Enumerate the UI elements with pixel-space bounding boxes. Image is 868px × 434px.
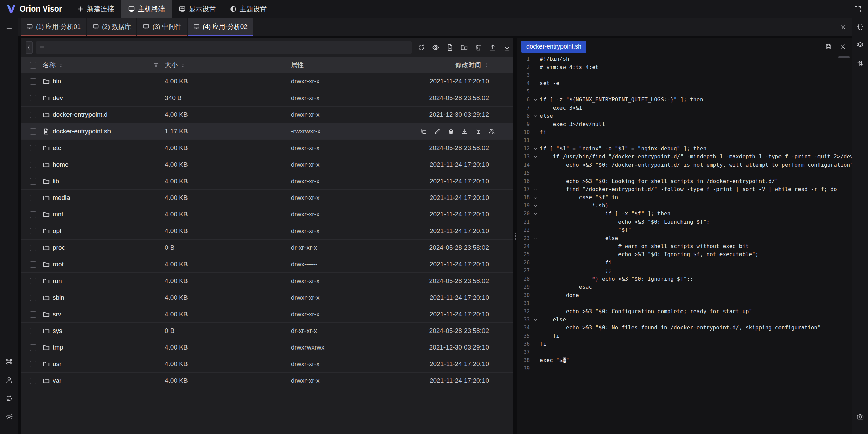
add-tab-button[interactable] bbox=[254, 18, 270, 36]
column-name-label[interactable]: 名称 bbox=[43, 61, 56, 70]
row-checkbox[interactable] bbox=[30, 245, 36, 251]
file-row[interactable]: srv4.00 KBdrwxr-xr-x2021-11-24 17:20:10 bbox=[21, 306, 513, 323]
download-button[interactable] bbox=[500, 41, 513, 54]
fold-toggle[interactable] bbox=[531, 193, 540, 202]
file-row[interactable]: bin4.00 KBdrwxr-xr-x2021-11-24 17:20:10 bbox=[21, 73, 513, 90]
row-checkbox[interactable] bbox=[30, 278, 36, 284]
file-row[interactable]: proc0 Bdr-xr-xr-x2024-05-28 23:58:02 bbox=[21, 240, 513, 256]
terminal-tab[interactable]: (2) 数据库 bbox=[87, 18, 137, 36]
terminal-tab[interactable]: (4) 应用-分析02 bbox=[188, 18, 253, 36]
file-row[interactable]: dev340 Bdrwxr-xr-x2024-05-28 23:58:02 bbox=[21, 90, 513, 107]
row-checkbox[interactable] bbox=[30, 211, 36, 218]
select-all-checkbox[interactable] bbox=[30, 62, 36, 69]
row-checkbox[interactable] bbox=[30, 378, 36, 384]
file-row[interactable]: sys0 Bdr-xr-xr-x2024-05-28 23:58:02 bbox=[21, 323, 513, 339]
row-checkbox[interactable] bbox=[30, 95, 36, 101]
column-size-label[interactable]: 大小 bbox=[165, 61, 178, 70]
row-checkbox[interactable] bbox=[30, 78, 36, 85]
delete-button[interactable] bbox=[445, 126, 457, 137]
fold-toggle[interactable] bbox=[531, 145, 540, 153]
file-row[interactable]: docker-entrypoint.sh1.17 KB-rwxrwxr-x bbox=[21, 123, 513, 140]
close-button[interactable] bbox=[837, 41, 848, 52]
nav-item-display-settings[interactable]: 显示设置 bbox=[172, 0, 223, 18]
user-button[interactable] bbox=[3, 374, 15, 386]
fold-toggle[interactable] bbox=[531, 96, 540, 104]
filter-icon[interactable] bbox=[153, 62, 159, 68]
fold-toggle[interactable] bbox=[531, 153, 540, 161]
fold-toggle[interactable] bbox=[531, 202, 540, 210]
row-checkbox[interactable] bbox=[30, 112, 36, 118]
file-row[interactable]: mnt4.00 KBdrwxr-xr-x2021-11-24 17:20:10 bbox=[21, 206, 513, 223]
camera-button[interactable] bbox=[854, 411, 866, 422]
layers-button[interactable] bbox=[854, 39, 866, 51]
row-checkbox[interactable] bbox=[30, 162, 36, 168]
row-checkbox[interactable] bbox=[30, 128, 36, 135]
path-field[interactable] bbox=[48, 44, 408, 51]
sort-icon[interactable] bbox=[180, 63, 185, 68]
fold-toggle[interactable] bbox=[531, 185, 540, 193]
terminal-tab[interactable]: (1) 应用-分析01 bbox=[21, 18, 86, 36]
new-file-button[interactable] bbox=[443, 41, 456, 54]
fullscreen-button[interactable] bbox=[848, 0, 868, 18]
swap-button[interactable] bbox=[854, 58, 866, 69]
close-panel-button[interactable] bbox=[834, 18, 852, 36]
file-row[interactable]: root4.00 KBdrwx------2021-11-24 17:20:10 bbox=[21, 256, 513, 273]
file-row[interactable]: tmp4.00 KBdrwxrwxrwx2021-12-30 03:29:10 bbox=[21, 339, 513, 356]
plus-button[interactable] bbox=[3, 22, 15, 34]
fold-toggle[interactable] bbox=[531, 316, 540, 324]
file-row[interactable]: var4.00 KBdrwxr-xr-x2021-11-24 17:20:10 bbox=[21, 373, 513, 389]
fold-toggle[interactable] bbox=[531, 210, 540, 218]
sort-icon[interactable] bbox=[484, 63, 489, 68]
file-row[interactable]: media4.00 KBdrwxr-xr-x2021-11-24 17:20:1… bbox=[21, 190, 513, 206]
row-checkbox[interactable] bbox=[30, 195, 36, 201]
file-row[interactable]: docker-entrypoint.d4.00 KBdrwxr-xr-x2021… bbox=[21, 107, 513, 123]
file-row[interactable]: usr4.00 KBdrwxr-xr-x2021-11-24 17:20:10 bbox=[21, 356, 513, 373]
file-row[interactable]: etc4.00 KBdrwxr-xr-x2024-05-28 23:58:02 bbox=[21, 140, 513, 156]
column-time-label[interactable]: 修改时间 bbox=[455, 61, 481, 70]
row-checkbox[interactable] bbox=[30, 361, 36, 367]
file-row[interactable]: sbin4.00 KBdrwxr-xr-x2021-11-24 17:20:10 bbox=[21, 289, 513, 306]
panel-resize-handle[interactable] bbox=[513, 38, 517, 434]
nav-item-host-terminal[interactable]: 主机终端 bbox=[121, 0, 172, 18]
edit-button[interactable] bbox=[431, 126, 443, 137]
settings-button[interactable] bbox=[3, 411, 15, 422]
sort-icon[interactable] bbox=[58, 63, 63, 68]
row-checkbox[interactable] bbox=[30, 228, 36, 234]
fold-toggle[interactable] bbox=[531, 112, 540, 120]
terminal-tab[interactable]: (3) 中间件 bbox=[137, 18, 187, 36]
permissions-button[interactable] bbox=[486, 126, 498, 137]
row-checkbox[interactable] bbox=[30, 328, 36, 334]
sync-button[interactable] bbox=[3, 393, 15, 404]
row-checkbox[interactable] bbox=[30, 311, 36, 318]
editor-scrollbar-thumb[interactable] bbox=[838, 56, 850, 58]
path-input[interactable] bbox=[36, 41, 412, 54]
upload-button[interactable] bbox=[486, 41, 499, 54]
row-checkbox[interactable] bbox=[30, 145, 36, 151]
new-folder-button[interactable] bbox=[458, 41, 471, 54]
row-checkbox[interactable] bbox=[30, 178, 36, 185]
command-button[interactable] bbox=[3, 356, 15, 367]
editor-file-tab[interactable]: docker-entrypoint.sh bbox=[521, 41, 586, 53]
file-row[interactable]: run4.00 KBdrwxr-xr-x2024-05-28 23:58:02 bbox=[21, 273, 513, 289]
fold-toggle[interactable] bbox=[531, 234, 540, 242]
refresh-button[interactable] bbox=[415, 41, 428, 54]
nav-item-theme-settings[interactable]: 主题设置 bbox=[223, 0, 274, 18]
copy-button[interactable] bbox=[418, 126, 430, 137]
save-button[interactable] bbox=[823, 41, 834, 52]
file-row[interactable]: opt4.00 KBdrwxr-xr-x2021-11-24 17:20:10 bbox=[21, 223, 513, 240]
delete-button[interactable] bbox=[472, 41, 485, 54]
file-row[interactable]: lib4.00 KBdrwxr-xr-x2021-11-24 17:20:10 bbox=[21, 173, 513, 190]
braces-button[interactable] bbox=[854, 21, 866, 33]
download-button[interactable] bbox=[458, 126, 471, 137]
back-button[interactable] bbox=[26, 41, 33, 54]
nav-item-new-connection[interactable]: 新建连接 bbox=[70, 0, 121, 18]
eye-button[interactable] bbox=[429, 41, 442, 54]
duplicate-button[interactable] bbox=[472, 126, 484, 137]
row-checkbox[interactable] bbox=[30, 344, 36, 351]
brand[interactable]: Orion Visor bbox=[0, 0, 70, 18]
row-checkbox[interactable] bbox=[30, 261, 36, 268]
file-row[interactable]: home4.00 KBdrwxr-xr-x2021-11-24 17:20:10 bbox=[21, 156, 513, 173]
code-editor[interactable]: 1#!/bin/sh2# vim:sw=4:ts=4:et34set -e56i… bbox=[517, 55, 852, 434]
row-checkbox[interactable] bbox=[30, 295, 36, 301]
column-attr-label[interactable]: 属性 bbox=[291, 61, 304, 70]
